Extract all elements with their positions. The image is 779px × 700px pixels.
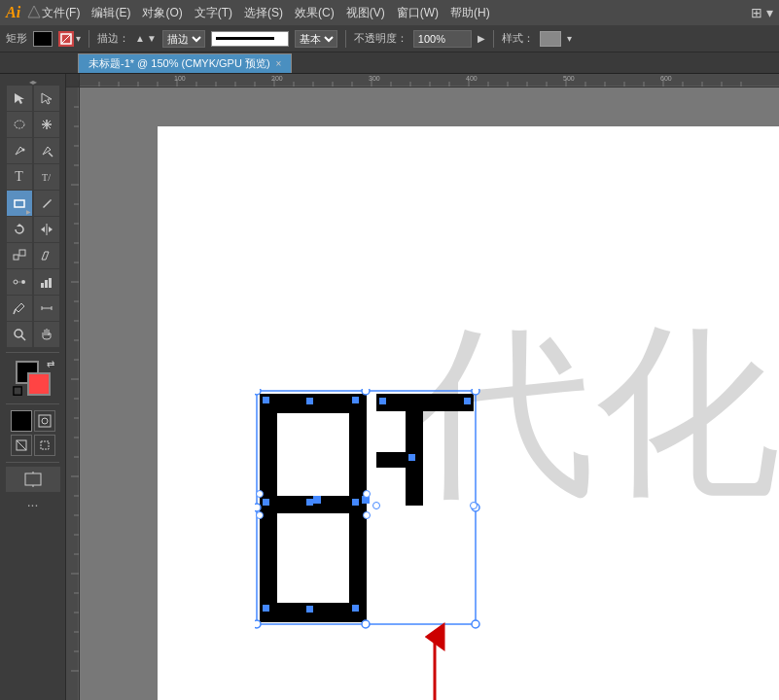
svg-marker-19: [42, 252, 49, 260]
menu-select[interactable]: 选择(S): [244, 5, 283, 21]
options-bar: 矩形 ▾ 描边： ▲ ▼ 描边 基本 不透明度： ▶ 样式： ▾: [0, 25, 779, 52]
select-tool-button[interactable]: [7, 86, 32, 111]
sidebar-divider-3: [6, 462, 59, 463]
measure-tool-button[interactable]: [34, 296, 59, 321]
stroke-down-icon[interactable]: ▼: [147, 33, 157, 44]
fill-dropdown-icon[interactable]: ▾: [76, 33, 81, 44]
lasso-tool-button[interactable]: [7, 112, 32, 137]
more-tools-button[interactable]: ···: [0, 497, 65, 512]
artboard-tool-button[interactable]: [6, 467, 60, 492]
pencil-tool-button[interactable]: [34, 191, 59, 216]
svg-point-30: [15, 330, 22, 337]
svg-rect-12: [15, 200, 24, 207]
svg-point-132: [364, 491, 371, 498]
svg-rect-136: [306, 606, 313, 612]
menu-object[interactable]: 对象(O): [142, 5, 182, 21]
svg-rect-18: [19, 250, 25, 256]
eyedropper-tool-button[interactable]: [7, 296, 32, 321]
menu-view[interactable]: 视图(V): [346, 5, 385, 21]
color-reset-button[interactable]: ◻: [12, 382, 23, 398]
svg-rect-148: [464, 398, 471, 404]
svg-point-121: [255, 389, 261, 395]
tool-row-1: [0, 86, 65, 111]
standard-mode-button[interactable]: [11, 435, 32, 456]
stroke-type-select[interactable]: 描边: [162, 30, 205, 48]
menu-effect[interactable]: 效果(C): [295, 5, 335, 21]
menu-bar: 文件(F) 编辑(E) 对象(O) 文字(T) 选择(S) 效果(C) 视图(V…: [42, 5, 490, 21]
artboard-mode-button[interactable]: [34, 435, 55, 456]
normal-mode-button[interactable]: [11, 410, 32, 432]
color-swap-button[interactable]: ⇄: [47, 359, 54, 369]
svg-rect-140: [263, 397, 269, 403]
stroke-controls[interactable]: ▲ ▼: [135, 33, 157, 44]
color-boxes: ⇄ ◻: [16, 361, 51, 396]
fill-color-swatch[interactable]: [33, 31, 53, 47]
direct-select-tool-button[interactable]: [34, 86, 59, 111]
touch-type-button[interactable]: T/: [34, 164, 59, 190]
menu-file[interactable]: 文件(F): [42, 5, 80, 21]
pen-tool-button[interactable]: [7, 138, 32, 163]
anchor-tool-button[interactable]: [34, 138, 59, 163]
svg-rect-143: [352, 605, 359, 612]
background-color[interactable]: [27, 372, 51, 396]
selected-char-shi[interactable]: [255, 389, 488, 632]
document-canvas[interactable]: 代 化: [80, 88, 779, 700]
svg-rect-17: [14, 255, 18, 260]
svg-marker-13: [17, 224, 22, 227]
svg-point-144: [373, 503, 380, 509]
document-tab[interactable]: 未标题-1* @ 150% (CMYK/GPU 预览) ×: [78, 53, 292, 73]
svg-point-134: [364, 512, 371, 519]
blend-tool-button[interactable]: [7, 269, 32, 295]
svg-rect-130: [313, 496, 321, 504]
rotate-tool-button[interactable]: [7, 217, 32, 242]
menu-help[interactable]: 帮助(H): [450, 5, 490, 21]
canvas-area[interactable]: 100 200 300: [66, 74, 779, 700]
tool-row-2: [0, 112, 65, 137]
stroke-style-select[interactable]: 基本: [295, 30, 337, 48]
menu-window[interactable]: 窗口(W): [397, 5, 439, 21]
tool-row-8: [0, 269, 65, 295]
divider-3: [493, 30, 494, 48]
ruler-corner: [66, 74, 80, 88]
svg-point-10: [21, 149, 24, 152]
scale-tool-button[interactable]: [7, 243, 32, 268]
type-tool-button[interactable]: T: [7, 164, 32, 190]
artboard[interactable]: 代 化: [158, 126, 779, 700]
style-swatch[interactable]: [540, 31, 561, 47]
stroke-preview: [211, 31, 289, 47]
opacity-input[interactable]: [413, 30, 472, 48]
menu-text[interactable]: 文字(T): [195, 5, 232, 21]
tab-close-button[interactable]: ×: [276, 58, 282, 69]
divider-2: [345, 30, 346, 48]
ai-icon: [26, 4, 42, 22]
svg-line-31: [21, 336, 25, 340]
reflect-tool-button[interactable]: [34, 217, 59, 242]
mode-icons-row-2: [11, 435, 55, 456]
panel-collapse-handle[interactable]: ◂▸: [0, 78, 65, 86]
svg-rect-142: [263, 605, 269, 612]
svg-text:400: 400: [466, 75, 478, 82]
app-logo: Ai: [6, 4, 20, 21]
drawing-mode-button[interactable]: [34, 410, 55, 432]
shear-tool-button[interactable]: [34, 243, 59, 268]
magic-wand-tool-button[interactable]: [34, 112, 59, 137]
svg-rect-135: [306, 398, 313, 404]
svg-rect-146: [408, 454, 415, 461]
rectangle-tool-button[interactable]: ▶: [7, 191, 32, 216]
stroke-up-icon[interactable]: ▲: [135, 33, 145, 44]
svg-point-127: [362, 620, 370, 628]
tab-bar: 未标题-1* @ 150% (CMYK/GPU 预览) ×: [0, 52, 779, 74]
svg-rect-37: [25, 473, 41, 485]
tool-row-10: [0, 322, 65, 347]
menu-edit[interactable]: 编辑(E): [91, 5, 130, 21]
fill-type-selector[interactable]: ▾: [58, 31, 81, 47]
ruler-horizontal: 100 200 300: [80, 74, 779, 88]
style-dropdown-icon[interactable]: ▾: [567, 33, 572, 44]
grid-icon: ⊞ ▾: [751, 5, 773, 20]
zoom-tool-button[interactable]: [7, 322, 32, 347]
svg-line-2: [61, 34, 71, 44]
hand-tool-button[interactable]: [34, 322, 59, 347]
svg-rect-24: [45, 280, 48, 288]
mode-section: [0, 408, 65, 458]
column-graph-button[interactable]: [34, 269, 59, 295]
